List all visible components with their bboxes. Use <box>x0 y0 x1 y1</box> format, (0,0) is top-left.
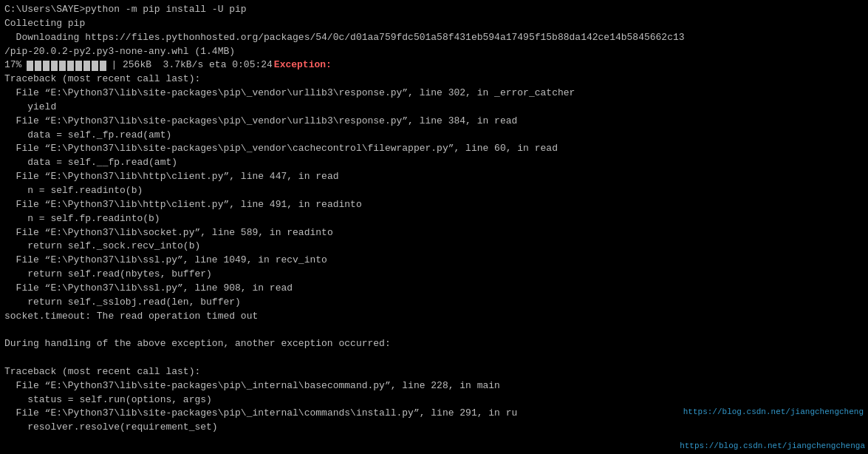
downloading-line: Downloading https://files.pythonhosted.o… <box>4 31 864 45</box>
progress-percent: 17% <box>4 58 21 72</box>
cmd-line: C:\Users\SAYE>python -m pip install -U p… <box>4 3 864 17</box>
file7-line: File “E:\Python37\lib\ssl.py”, line 1049… <box>4 254 864 268</box>
watermark: https://blog.csdn.net/jiangchengchenga <box>680 441 865 453</box>
watermark-inline: https://blog.csdn.net/jiangchengcheng <box>683 407 864 419</box>
return1-line: return self._sock.recv_into(b) <box>4 240 864 254</box>
blank-line-2 <box>4 351 864 365</box>
file2-line: File “E:\Python37\lib\site-packages\pip\… <box>4 115 864 129</box>
data2-line: data = self.__fp.read(amt) <box>4 156 864 170</box>
filename-line: /pip-20.0.2-py2.py3-none-any.whl (1.4MB) <box>4 45 864 59</box>
n1-line: n = self.readinto(b) <box>4 184 864 198</box>
file1-line: File “E:\Python37\lib\site-packages\pip\… <box>4 87 864 101</box>
file9-line: File “E:\Python37\lib\site-packages\pip\… <box>4 379 864 393</box>
progress-stats: | 256kB 3.7kB/s eta 0:05:24 <box>111 58 272 72</box>
return2-line: return self.read(nbytes, buffer) <box>4 268 864 282</box>
progress-line: 17% | 256kB 3.7kB/s eta 0:05:24 Exceptio… <box>4 58 864 72</box>
n2-line: n = self.fp.readinto(b) <box>4 212 864 226</box>
file6-line: File “E:\Python37\lib\socket.py”, line 5… <box>4 226 864 240</box>
status-line: status = self.run(options, args) <box>4 393 864 407</box>
traceback2-line: Traceback (most recent call last): <box>4 365 864 379</box>
socket-timeout-line: socket.timeout: The read operation timed… <box>4 310 864 324</box>
progress-bar-container <box>25 61 109 71</box>
progress-bar <box>27 61 108 71</box>
file5-line: File “E:\Python37\lib\http\client.py”, l… <box>4 198 864 212</box>
blank-line-1 <box>4 323 864 337</box>
resolver-line: resolver.resolve(requirement_set) <box>4 421 864 435</box>
collecting-line: Collecting pip <box>4 17 864 31</box>
data1-line: data = self._fp.read(amt) <box>4 129 864 143</box>
during-line: During handling of the above exception, … <box>4 337 864 351</box>
return3-line: return self._sslobj.read(len, buffer) <box>4 296 864 310</box>
exception-label: Exception: <box>274 58 332 72</box>
yield-line: yield <box>4 101 864 115</box>
terminal-window: C:\Users\SAYE>python -m pip install -U p… <box>0 0 868 454</box>
file8-line: File “E:\Python37\lib\ssl.py”, line 908,… <box>4 282 864 296</box>
traceback1-line: Traceback (most recent call last): <box>4 72 864 87</box>
file10-container: File “E:\Python37\lib\site-packages\pip\… <box>4 407 864 421</box>
file4-line: File “E:\Python37\lib\http\client.py”, l… <box>4 170 864 184</box>
file3-line: File “E:\Python37\lib\site-packages\pip\… <box>4 142 864 156</box>
